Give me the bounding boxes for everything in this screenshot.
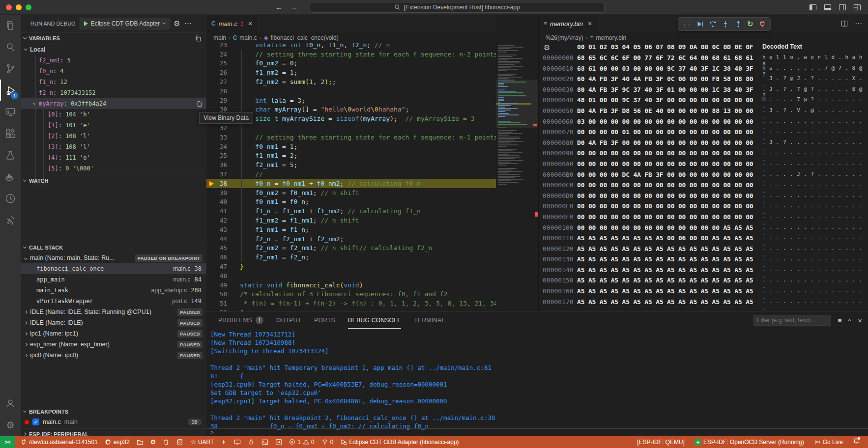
hex-bytes[interactable]: 80 4A FB 3F 9C 37 40 3F 01 00 00 00 1C 3…: [577, 86, 753, 93]
variable-row[interactable]: [5]: 0 '\000': [21, 163, 206, 174]
toggle-panel-icon[interactable]: [824, 3, 832, 11]
breakpoints-section-header[interactable]: BREAKPOINTS: [21, 406, 206, 417]
gutter[interactable]: [206, 252, 216, 262]
hex-row-00000060[interactable]: 00000060 03 00 00 00 00 00 00 00 00 00 0…: [539, 118, 868, 129]
hex-bytes[interactable]: 00 00 00 00 00 00 00 00 00 00 00 00 00 0…: [577, 202, 753, 210]
code-line-51[interactable]: 51 * f(n) = f(n-1) + f(n-2) -> f(n) : 0,…: [206, 299, 538, 308]
code-line-35[interactable]: 35 f1_nm1 = 2;: [206, 151, 538, 161]
esp-idf-peripheral-section-header[interactable]: ESP-IDF: PERIPHERAL: [21, 428, 206, 436]
console-filter-input[interactable]: [753, 315, 831, 326]
gutter[interactable]: [206, 280, 216, 290]
toggle-sidebar-icon[interactable]: [809, 3, 817, 11]
code-line-32[interactable]: 32: [206, 123, 538, 133]
gutter[interactable]: [206, 206, 216, 216]
status-trash[interactable]: [160, 439, 172, 446]
gutter[interactable]: [206, 142, 216, 151]
variable-row[interactable]: f0_n: 4: [21, 66, 206, 77]
breakpoint-checkbox[interactable]: ✓: [32, 419, 39, 425]
hex-row-000000B0[interactable]: 000000B0 00 00 00 00 DC 4A FB 3F 00 00 0…: [539, 171, 868, 182]
hex-bytes[interactable]: D0 4A FB 3F 00 00 00 00 00 00 00 00 00 0…: [577, 139, 753, 146]
hex-bytes[interactable]: 00 00 00 00 00 00 00 00 00 00 00 00 00 0…: [577, 149, 753, 157]
variable-row[interactable]: [4]: 111 'o': [21, 152, 206, 163]
code-line-36[interactable]: 36 f2_nm1 = 5;: [206, 160, 538, 169]
hex-bytes[interactable]: 03 00 00 00 00 00 00 00 00 00 00 00 00 0…: [577, 118, 753, 125]
hex-row-000000E0[interactable]: 000000E0 00 00 00 00 00 00 00 00 00 00 0…: [539, 202, 868, 213]
stack-frame-row[interactable]: vPortTaskWrapperport.c149: [21, 296, 206, 307]
accounts-icon[interactable]: [0, 392, 21, 414]
code-line-52[interactable]: 52{: [206, 308, 538, 311]
variables-section-header[interactable]: VARIABLES: [21, 32, 206, 43]
code-line-42[interactable]: 42 f1_nm2 = f1_nm1; // n shift: [206, 216, 538, 225]
gutter[interactable]: [206, 308, 216, 311]
debug-config-dropdown[interactable]: Eclipse CDT GDB Adapter: [80, 18, 170, 29]
remote-indicator[interactable]: ><: [0, 436, 15, 448]
hex-row-00000120[interactable]: 00000120 A5 A5 A5 A5 A5 A5 A5 A5 A5 A5 A…: [539, 245, 868, 256]
panel-tab-terminal[interactable]: TERMINAL: [414, 312, 445, 329]
breadcrumb-file[interactable]: memory.bin: [596, 34, 626, 41]
hex-row-000000D0[interactable]: 000000D0 00 00 00 00 00 00 00 00 00 00 0…: [539, 192, 868, 203]
minimap[interactable]: [496, 15, 538, 311]
close-panel-icon[interactable]: ×: [858, 316, 862, 325]
code-line-30[interactable]: 30 char myArray[] = "hello\0world\0hahah…: [206, 105, 538, 114]
panel-tab-ports[interactable]: PORTS: [314, 312, 335, 329]
hex-bytes[interactable]: 00 00 00 00 00 00 00 00 00 00 00 00 00 0…: [577, 192, 753, 199]
code-line-37[interactable]: 37 //: [206, 169, 538, 179]
gutter[interactable]: [206, 43, 216, 50]
panel-tab-debug-console[interactable]: DEBUG CONSOLE: [348, 312, 402, 329]
thread-row[interactable]: main (Name: main, State: Ru...PAUSED ON …: [21, 252, 206, 263]
gutter[interactable]: [206, 68, 216, 77]
gutter[interactable]: [206, 299, 216, 308]
hex-row-00000100[interactable]: 00000100 00 00 00 00 00 00 00 00 00 00 0…: [539, 224, 868, 235]
gutter[interactable]: [206, 290, 216, 299]
stack-frame-row[interactable]: fibonacci_calc_oncemain.c38: [21, 263, 206, 274]
editor-actions-more-icon[interactable]: ⋯: [855, 19, 862, 28]
gutter[interactable]: [206, 197, 216, 207]
split-editor-icon[interactable]: [841, 20, 848, 27]
thread-row[interactable]: ipc1 (Name: ipc1)PAUSED: [21, 328, 206, 339]
variable-row[interactable]: [3]: 108 'l': [21, 141, 206, 152]
settings-gear-icon[interactable]: ⚙: [0, 414, 21, 436]
hex-bytes[interactable]: 48 01 00 00 9C 37 40 3F 00 00 00 00 00 0…: [577, 96, 753, 104]
variable-row[interactable]: [2]: 108 'l': [21, 131, 206, 141]
status-boxarrow[interactable]: [273, 439, 285, 446]
gutter[interactable]: [206, 169, 216, 179]
status-terminal[interactable]: [259, 439, 271, 446]
minimize-window-button[interactable]: [16, 4, 22, 10]
close-tab-icon[interactable]: ×: [248, 20, 252, 28]
gutter[interactable]: [206, 151, 216, 161]
code-line-43[interactable]: 43 f1_nm1 = f1_n;: [206, 225, 538, 234]
hex-bytes[interactable]: 00 00 00 00 00 00 00 00 00 00 00 00 00 0…: [577, 213, 753, 221]
status-gear[interactable]: ⚙: [148, 438, 159, 446]
hex-bytes[interactable]: A5 A5 A5 A5 A5 A5 A5 A5 A5 A5 A5 A5 A5 A…: [577, 287, 753, 295]
status-problems[interactable]: 10: [287, 439, 317, 446]
gutter[interactable]: [206, 77, 216, 86]
code-line-50[interactable]: 50/* calculation of 3 Fibonacci sequence…: [206, 290, 538, 299]
code-line-29[interactable]: 29 int lala = 3;: [206, 96, 538, 105]
variable-row[interactable]: f2_n: 1073433152: [21, 87, 206, 98]
debug-console-input[interactable]: >: [206, 428, 868, 436]
hex-row-00000150[interactable]: 00000150 A5 A5 A5 A5 A5 A5 A5 A5 A5 A5 A…: [539, 277, 868, 287]
watch-section-header[interactable]: WATCH: [21, 175, 206, 186]
gutter[interactable]: [206, 244, 216, 253]
debug-settings-gear-icon[interactable]: ⚙: [174, 19, 180, 28]
more-actions-icon[interactable]: ⋯: [184, 19, 192, 28]
customize-layout-icon[interactable]: [853, 3, 861, 11]
status-chip[interactable]: esp32: [102, 439, 132, 446]
activity-esp-idf-icon[interactable]: [0, 209, 21, 231]
disconnect-icon[interactable]: [758, 20, 766, 28]
code-line-45[interactable]: 45 f2_nm2 = f2_nm1; // n shift// calcula…: [206, 244, 538, 253]
hex-row-00000130[interactable]: 00000130 A5 A5 A5 A5 A5 A5 A5 A5 A5 A5 A…: [539, 255, 868, 266]
hex-row-00000140[interactable]: 00000140 A5 A5 A5 A5 A5 A5 A5 A5 A5 A5 A…: [539, 266, 868, 277]
code-line-23[interactable]: 23 volatile int f0_n, f1_n, f2_n; // n: [206, 43, 538, 50]
hex-bytes[interactable]: 60 4A FB 3F 40 4A FB 3F 0C 00 00 00 F8 5…: [577, 75, 753, 83]
variables-scope-row[interactable]: Local: [21, 44, 206, 55]
hex-bytes[interactable]: 00 00 00 00 00 00 00 00 00 00 00 00 00 A…: [577, 224, 753, 231]
status-folder[interactable]: [134, 439, 146, 446]
current-line-breakpoint-icon[interactable]: [207, 180, 214, 187]
status-bolt[interactable]: [218, 439, 230, 445]
stack-frame-row[interactable]: app_mainmain.c84: [21, 274, 206, 285]
hex-bytes[interactable]: A5 A5 A5 A5 A5 A5 A5 A5 A5 A5 A5 A5 A5 A…: [577, 255, 753, 263]
start-debug-icon[interactable]: [84, 21, 88, 26]
code-line-40[interactable]: 40 f0_nm1 = f0_n;: [206, 197, 538, 207]
toggle-secondary-sidebar-icon[interactable]: [839, 3, 846, 11]
